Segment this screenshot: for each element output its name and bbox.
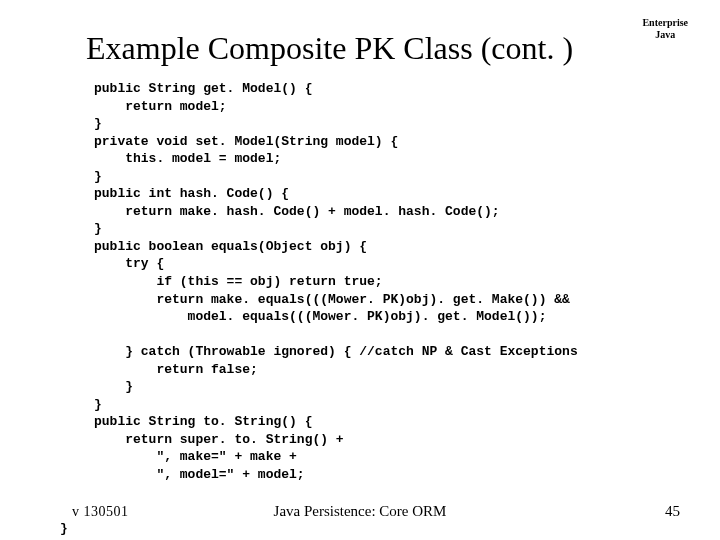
code-block: public String get. Model() { return mode… — [94, 80, 578, 484]
footer-title: Java Persistence: Core ORM — [0, 503, 720, 520]
title-wrap: Example Composite PK Class (cont. ) — [0, 30, 720, 67]
slide-title: Example Composite PK Class (cont. ) — [86, 30, 573, 66]
closing-brace: } — [60, 521, 68, 536]
badge-line1: Enterprise — [642, 18, 688, 29]
footer-page-number: 45 — [665, 503, 680, 520]
slide: Enterprise Java Example Composite PK Cla… — [0, 0, 720, 540]
